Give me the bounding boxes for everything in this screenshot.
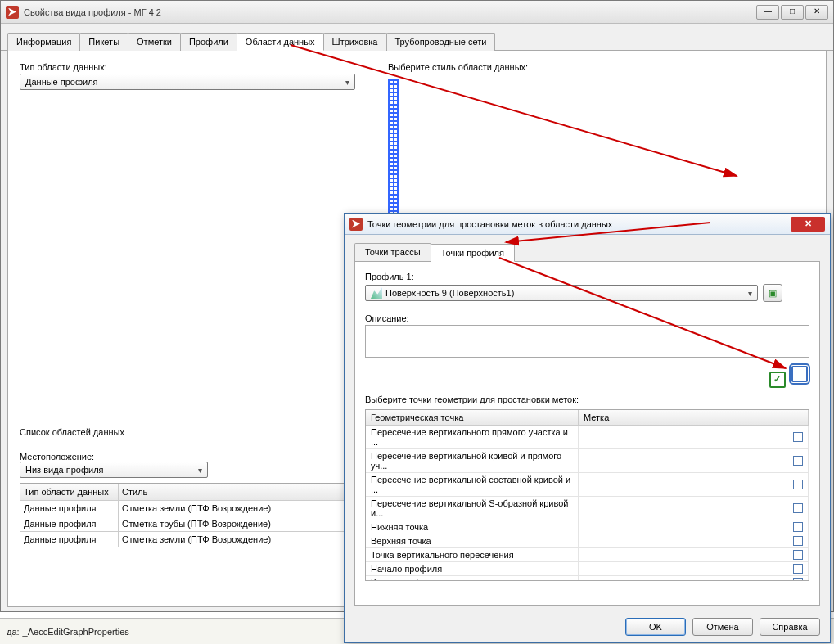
app-icon <box>349 218 363 231</box>
geom-point-name: Верхняя точка <box>366 534 579 547</box>
geometry-points-dialog: Точки геометрии для простановки меток в … <box>344 213 831 643</box>
data-type-select[interactable]: Данные профиля <box>20 74 355 90</box>
close-button[interactable]: ✕ <box>805 5 828 20</box>
location-label: Местоположение: <box>20 452 94 462</box>
surface-icon <box>371 287 382 299</box>
geom-mark-checkbox[interactable] <box>793 578 803 581</box>
cell-style: Отметка земли (ПТФ Возрождение) <box>119 532 356 547</box>
style-pick-label: Выберите стиль области данных: <box>388 62 827 72</box>
tab-profile-points[interactable]: Точки профиля <box>431 244 515 262</box>
geom-point-name: Пересечение вертикальной составной криво… <box>366 473 579 496</box>
pick-icon: ▣ <box>769 288 777 299</box>
dialog-close-button[interactable]: ✕ <box>791 217 825 232</box>
geom-point-name: Конец профиля <box>366 576 579 581</box>
tab-info[interactable]: Информация <box>7 33 80 51</box>
geom-point-name: Пересечение вертикальной кривой и прямог… <box>366 449 579 472</box>
geom-point-name: Нижняя точка <box>366 520 579 534</box>
geometry-points-grid: Геометрическая точка Метка Пересечение в… <box>365 409 809 581</box>
description-input[interactable] <box>365 325 809 358</box>
cell-style: Отметка земли (ПТФ Возрождение) <box>119 501 356 516</box>
cancel-button[interactable]: Отмена <box>692 618 753 636</box>
maximize-button[interactable]: □ <box>781 5 804 20</box>
geom-row[interactable]: Нижняя точка <box>366 520 809 534</box>
profile-label: Профиль 1: <box>365 272 809 281</box>
geom-grid-header: Геометрическая точка Метка <box>366 410 809 426</box>
main-titlebar: Свойства вида профиля - МГ 4 2 — □ ✕ <box>1 1 833 24</box>
col-point-header[interactable]: Геометрическая точка <box>366 410 579 425</box>
data-type-label: Тип области данных: <box>20 62 355 72</box>
help-button[interactable]: Справка <box>760 618 820 636</box>
geom-grid-label: Выберите точки геометрии для простановки… <box>365 394 809 404</box>
tab-profiles[interactable]: Профили <box>180 33 237 51</box>
profile-pick-button[interactable]: ▣ <box>763 284 782 302</box>
geom-row[interactable]: Верхняя точка <box>366 534 809 548</box>
tab-marks[interactable]: Отметки <box>128 33 181 51</box>
select-all-button[interactable] <box>769 372 786 388</box>
data-type-value: Данные профиля <box>25 77 98 87</box>
dialog-title: Точки геометрии для простановки меток в … <box>367 219 612 229</box>
dialog-tab-content: Профиль 1: Поверхность 9 (Поверхность1) … <box>354 262 820 606</box>
cell-style: Отметка трубы (ПТФ Возрождение) <box>119 516 356 531</box>
col-mark-header[interactable]: Метка <box>579 410 809 425</box>
tab-hatch[interactable]: Штриховка <box>323 33 387 51</box>
geom-row[interactable]: Начало профиля <box>366 562 809 576</box>
geom-mark-checkbox[interactable] <box>793 432 803 442</box>
clear-all-button[interactable] <box>791 366 808 382</box>
tab-data-areas[interactable]: Области данных <box>237 33 324 51</box>
cell-type: Данные профиля <box>20 516 119 531</box>
geom-mark-checkbox[interactable] <box>793 503 803 513</box>
minimize-button[interactable]: — <box>756 5 779 20</box>
app-icon <box>6 6 19 19</box>
tabstrip: Информация Пикеты Отметки Профили Област… <box>1 24 833 51</box>
geom-point-name: Точка вертикального пересечения <box>366 548 579 561</box>
geom-row[interactable]: Точка вертикального пересечения <box>366 548 809 562</box>
geom-point-name: Начало профиля <box>366 562 579 575</box>
geom-row[interactable]: Пересечение вертикальной S-образной крив… <box>366 497 809 520</box>
geom-mark-checkbox[interactable] <box>793 536 803 546</box>
geom-mark-checkbox[interactable] <box>793 564 803 574</box>
tab-pipe-networks[interactable]: Трубопроводные сети <box>386 33 496 51</box>
geom-mark-checkbox[interactable] <box>793 522 803 532</box>
geom-point-name: Пересечение вертикального прямого участк… <box>366 426 579 448</box>
dialog-titlebar: Точки геометрии для простановки меток в … <box>345 214 830 235</box>
cell-type: Данные профиля <box>20 532 119 547</box>
geom-mark-checkbox[interactable] <box>793 480 803 489</box>
dialog-buttons: OK Отмена Справка <box>625 618 820 636</box>
geom-row[interactable]: Пересечение вертикальной кривой и прямог… <box>366 449 809 473</box>
geom-row[interactable]: Конец профиля <box>366 576 809 581</box>
profile-select-value: Поверхность 9 (Поверхность1) <box>385 288 514 298</box>
geom-mark-checkbox[interactable] <box>793 550 803 560</box>
window-title: Свойства вида профиля - МГ 4 2 <box>24 7 161 17</box>
command-text: _AeccEditGraphProperties <box>23 627 129 637</box>
geom-point-name: Пересечение вертикальной S-образной крив… <box>366 497 579 520</box>
tab-trace-points[interactable]: Точки трассы <box>354 243 431 261</box>
ok-button[interactable]: OK <box>625 618 686 636</box>
window-buttons: — □ ✕ <box>756 5 828 20</box>
geom-row[interactable]: Пересечение вертикальной составной криво… <box>366 473 809 497</box>
tab-pickets[interactable]: Пикеты <box>79 33 128 51</box>
geom-row[interactable]: Пересечение вертикального прямого участк… <box>366 426 809 449</box>
geom-mark-checkbox[interactable] <box>793 456 803 466</box>
command-prefix: да: <box>7 627 20 637</box>
location-select[interactable]: Низ вида профиля <box>20 462 208 478</box>
profile-select[interactable]: Поверхность 9 (Поверхность1) <box>365 285 758 301</box>
dialog-tabstrip: Точки трассы Точки профиля <box>354 243 820 262</box>
col-style-header[interactable]: Стиль <box>119 484 356 500</box>
col-type-header[interactable]: Тип области данных <box>20 484 119 500</box>
description-label: Описание: <box>365 313 809 323</box>
location-value: Низ вида профиля <box>25 465 104 475</box>
cell-type: Данные профиля <box>20 501 119 516</box>
